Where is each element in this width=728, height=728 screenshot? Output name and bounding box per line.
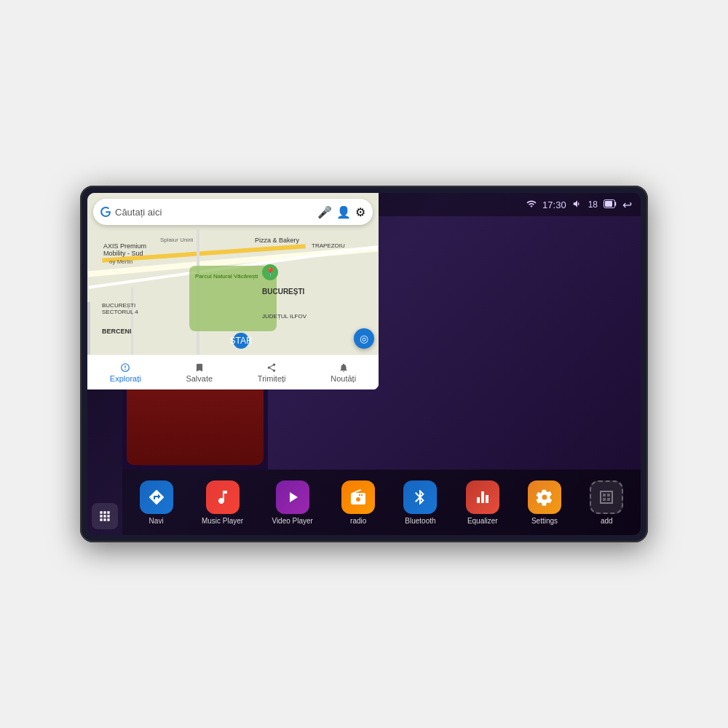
settings-icon xyxy=(528,480,561,514)
map-nav-explore-label: Explorați xyxy=(122,374,141,383)
map-location-fab[interactable]: ◎ xyxy=(354,328,374,349)
app-radio[interactable]: radio xyxy=(341,480,375,525)
navi-icon xyxy=(140,480,173,514)
music-player-icon xyxy=(206,480,240,514)
app-navi-label: Navi xyxy=(149,517,164,525)
app-video-player[interactable]: Video Player xyxy=(272,480,313,525)
app-navi[interactable]: Navi xyxy=(140,480,173,525)
status-right: 17:30 18 ↩ xyxy=(526,198,632,212)
app-music-label: Music Player xyxy=(202,517,243,525)
upper-section: AXIS PremiumMobility - Sud Pizza & Baker… xyxy=(122,216,641,470)
map-nav-news-label: Noutăți xyxy=(331,374,356,383)
status-time: 17:30 xyxy=(542,199,566,210)
map-label-berceni: BERCENI xyxy=(122,328,132,335)
map-nav-news[interactable]: Noutăți xyxy=(331,363,356,383)
device-screen: ⌂ 📍 17:30 18 ↩ xyxy=(87,193,641,535)
svg-rect-1 xyxy=(605,201,612,207)
map-settings-icon[interactable]: ⚙ xyxy=(355,216,365,219)
app-music-player[interactable]: Music Player xyxy=(202,480,243,525)
map-widget[interactable]: AXIS PremiumMobility - Sud Pizza & Baker… xyxy=(122,216,379,389)
map-label-merlin: oy Merlin xyxy=(122,258,132,265)
map-bottom-bar: Explorați Salvate Trimiteți xyxy=(122,355,379,389)
map-label-splai: Splaiur Unirii xyxy=(160,237,193,243)
sidebar-apps-btn[interactable] xyxy=(92,503,118,529)
map-account-icon[interactable]: 👤 xyxy=(336,216,351,219)
app-bluetooth-label: Bluetooth xyxy=(405,517,435,525)
map-nav-saved[interactable]: Salvate xyxy=(186,363,213,383)
map-label-pizza: Pizza & Bakery xyxy=(255,237,299,244)
volume-icon xyxy=(572,199,582,211)
app-radio-label: radio xyxy=(350,517,366,525)
battery-num: 18 xyxy=(588,199,598,210)
app-video-label: Video Player xyxy=(272,517,313,525)
map-label-park: Parcul Natural Văcărești xyxy=(195,273,258,280)
map-search-bar[interactable]: Căutați aici 🎤 👤 ⚙ xyxy=(122,216,373,225)
app-equalizer[interactable]: Equalizer xyxy=(466,480,499,525)
map-marker-blue[interactable]: STAR xyxy=(233,333,249,349)
map-label-ilfov: JUDEȚUL ILFOV xyxy=(262,313,306,320)
radio-icon xyxy=(341,480,375,514)
video-player-icon xyxy=(276,480,309,514)
map-nav-share[interactable]: Trimiteți xyxy=(258,363,286,383)
app-dock: Navi Music Player Video Player xyxy=(122,470,641,535)
map-nav-explore[interactable]: Explorați xyxy=(122,363,141,383)
app-settings-label: Settings xyxy=(531,517,558,525)
map-label-trap: TRAPEZOIU xyxy=(312,242,345,249)
app-add-label: add xyxy=(601,517,613,525)
map-search-text: Căutați aici xyxy=(122,216,313,218)
wifi-icon xyxy=(526,199,537,211)
map-nav-saved-label: Salvate xyxy=(186,374,213,383)
add-icon xyxy=(590,480,623,514)
map-marker-green[interactable]: 📍 xyxy=(262,264,278,280)
bluetooth-icon xyxy=(403,480,437,514)
map-mic-icon[interactable]: 🎤 xyxy=(317,216,332,219)
app-bluetooth[interactable]: Bluetooth xyxy=(403,480,437,525)
device: ⌂ 📍 17:30 18 ↩ xyxy=(80,186,648,542)
app-settings[interactable]: Settings xyxy=(528,480,561,525)
map-label-buc: BUCUREȘTI xyxy=(262,288,304,296)
main-content: AXIS PremiumMobility - Sud Pizza & Baker… xyxy=(87,216,641,535)
battery-icon xyxy=(604,199,617,210)
map-label-buc4: BUCUREȘTISECTORUL 4 xyxy=(122,302,138,315)
app-equalizer-label: Equalizer xyxy=(467,517,498,525)
app-add[interactable]: add xyxy=(590,480,623,525)
equalizer-icon xyxy=(466,480,499,514)
map-label-axis: AXIS PremiumMobility - Sud xyxy=(122,242,146,257)
map-nav-share-label: Trimiteți xyxy=(258,374,286,383)
center-area: AXIS PremiumMobility - Sud Pizza & Baker… xyxy=(122,216,641,535)
back-icon[interactable]: ↩ xyxy=(622,198,632,212)
